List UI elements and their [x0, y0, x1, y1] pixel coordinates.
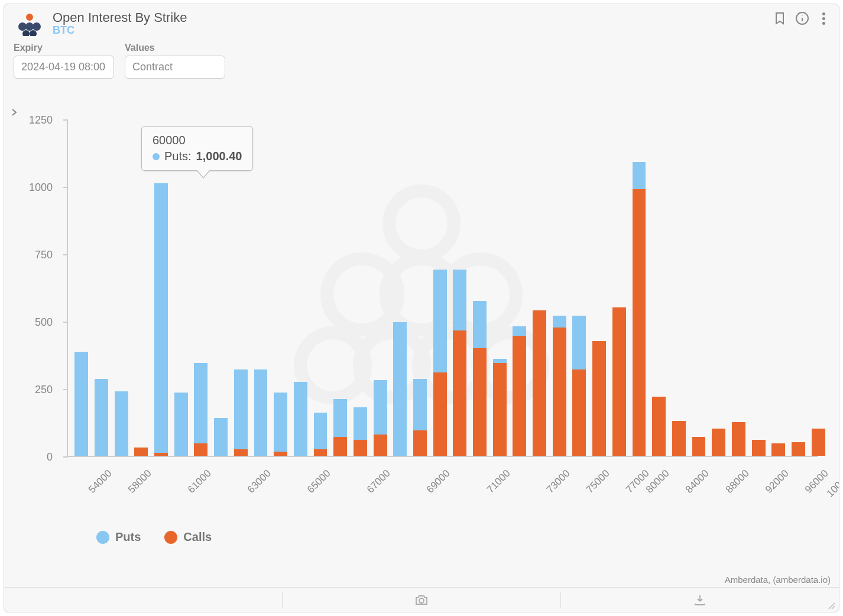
- bar-segment-calls: [732, 422, 745, 456]
- tooltip-series-label: Puts:: [164, 150, 192, 163]
- svg-point-17: [419, 598, 424, 603]
- header-actions: [773, 11, 829, 25]
- brand-logo: [15, 12, 44, 36]
- chart-legend: Puts Calls: [96, 530, 212, 544]
- bar-segment-puts: [314, 413, 328, 449]
- bar-segment-puts: [254, 369, 268, 456]
- values-select[interactable]: Contract: [125, 56, 225, 79]
- controls-bar: Expiry 2024-04-19 08:00 Values Contract: [4, 39, 839, 81]
- x-tick-label: 75000: [584, 468, 612, 496]
- bar-segment-puts: [174, 393, 188, 456]
- values-control: Values Contract: [125, 43, 225, 79]
- bar-segment-calls: [592, 341, 606, 456]
- bar-segment-calls: [553, 328, 566, 456]
- panel-footer: [4, 587, 839, 612]
- svg-point-0: [26, 14, 33, 21]
- values-label: Values: [125, 43, 225, 53]
- bar-segment-calls: [533, 310, 546, 456]
- bar-segment-puts: [194, 363, 207, 444]
- bar-segment-calls: [333, 437, 347, 456]
- x-tick-label: 73000: [544, 468, 572, 496]
- x-tick-label: 54000: [86, 468, 115, 496]
- bar-segment-puts: [154, 183, 168, 453]
- kebab-menu-icon[interactable]: [818, 11, 829, 25]
- x-tick-label: 61000: [186, 468, 214, 496]
- download-icon: [693, 594, 706, 606]
- bar-segment-calls: [134, 448, 148, 456]
- x-tick-label: 92000: [763, 468, 792, 496]
- tooltip-category: 60000: [153, 134, 242, 147]
- x-tick-label: 69000: [424, 468, 453, 496]
- bar-segment-calls: [374, 435, 387, 456]
- bar-segment-puts: [572, 316, 586, 369]
- x-tick-label: 67000: [365, 468, 393, 496]
- x-tick-label: 84000: [683, 468, 712, 496]
- bar-segment-calls: [453, 330, 466, 456]
- bar-segment-calls: [274, 452, 287, 456]
- svg-point-4: [22, 30, 30, 36]
- y-tick-label: 0: [5, 451, 53, 463]
- expiry-select[interactable]: 2024-04-19 08:00: [14, 56, 114, 79]
- bar-segment-puts: [513, 326, 526, 336]
- bar-segment-calls: [771, 443, 785, 456]
- legend-swatch-calls: [164, 531, 177, 544]
- bar-segment-calls: [513, 336, 526, 456]
- svg-point-5: [30, 30, 37, 36]
- bar-segment-calls: [633, 189, 646, 456]
- bookmark-icon[interactable]: [773, 11, 787, 25]
- panel-subtitle: BTC: [53, 24, 828, 37]
- bar-segment-puts: [553, 316, 566, 328]
- y-tick-label: 750: [5, 249, 53, 261]
- bar-segment-puts: [74, 352, 88, 456]
- bar-segment-calls: [194, 443, 207, 456]
- legend-label-puts: Puts: [115, 530, 141, 544]
- plot-region[interactable]: 025050075010001250 60000 Puts: 1,000.40: [67, 120, 818, 457]
- bar-segment-calls: [752, 440, 766, 456]
- bar-segment-calls: [154, 453, 168, 456]
- svg-point-1: [18, 22, 27, 31]
- bar-segment-calls: [612, 307, 626, 456]
- chart-tooltip: 60000 Puts: 1,000.40: [141, 126, 253, 171]
- bar-segment-puts: [473, 301, 487, 348]
- expiry-label: Expiry: [14, 43, 114, 53]
- x-tick-label: 63000: [245, 468, 274, 496]
- title-block: Open Interest By Strike BTC: [53, 10, 828, 37]
- bar-segment-puts: [354, 407, 367, 440]
- download-button[interactable]: [561, 588, 839, 612]
- legend-item-puts[interactable]: Puts: [96, 530, 141, 544]
- expiry-control: Expiry 2024-04-19 08:00: [14, 43, 114, 79]
- bar-segment-puts: [413, 379, 427, 430]
- svg-point-2: [25, 22, 34, 31]
- legend-item-calls[interactable]: Calls: [164, 530, 212, 544]
- info-icon[interactable]: [795, 11, 809, 25]
- bar-segment-calls: [473, 348, 487, 456]
- bar-segment-calls: [354, 440, 367, 456]
- x-axis-labels: 5400058000610006300065000670006900071000…: [67, 462, 818, 521]
- bar-segment-puts: [433, 270, 447, 372]
- bar-segment-puts: [234, 369, 248, 449]
- panel-header: Open Interest By Strike BTC: [4, 4, 839, 39]
- bar-segment-calls: [692, 437, 706, 456]
- resize-handle-icon[interactable]: [827, 601, 835, 609]
- legend-swatch-puts: [96, 531, 109, 544]
- legend-label-calls: Calls: [183, 530, 212, 544]
- bar-segment-puts: [294, 382, 307, 456]
- bar-segment-calls: [792, 442, 805, 456]
- bar-segment-calls: [413, 430, 427, 456]
- bar-segment-calls: [493, 363, 507, 456]
- bar-segment-calls: [572, 369, 586, 456]
- bar-segment-puts: [274, 393, 287, 452]
- bar-segment-calls: [314, 449, 328, 456]
- tooltip-value: 1,000.40: [196, 150, 242, 163]
- x-tick-label: 88000: [724, 468, 752, 496]
- bar-segment-puts: [214, 418, 228, 456]
- bar-segment-puts: [95, 379, 108, 456]
- bar-segment-puts: [493, 359, 507, 363]
- screenshot-button[interactable]: [283, 588, 560, 612]
- footer-left: [4, 588, 282, 612]
- tooltip-swatch: [153, 153, 160, 160]
- x-tick-label: 58000: [126, 468, 154, 496]
- bar-segment-puts: [374, 380, 387, 434]
- bar-segment-calls: [652, 397, 666, 456]
- camera-icon: [414, 594, 429, 606]
